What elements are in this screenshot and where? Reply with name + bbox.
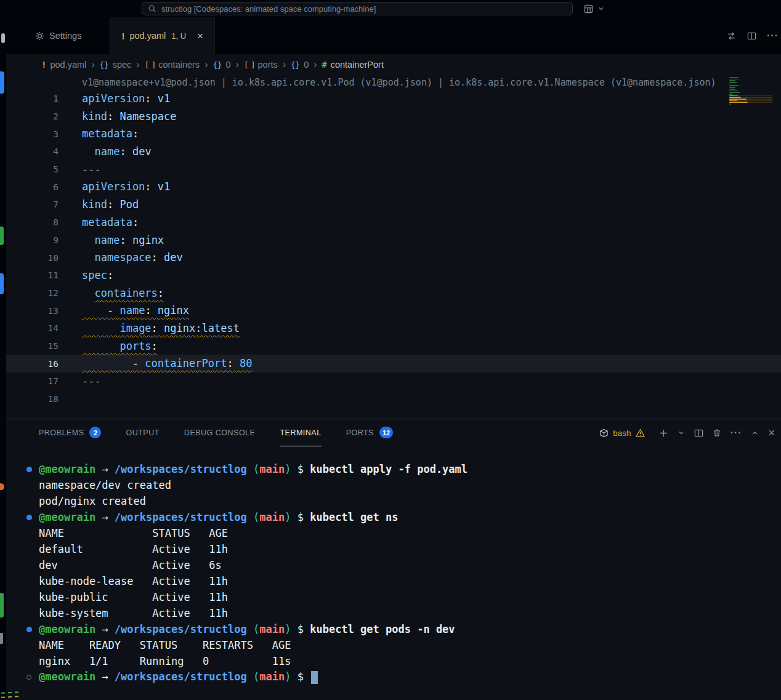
editor-line-4[interactable]: 4 name: dev <box>6 143 781 161</box>
editor-line-16[interactable]: 16 - containerPort: 80 <box>6 355 781 372</box>
chevron-right-icon: › <box>91 60 94 70</box>
panel-tab-label: PORTS <box>346 428 374 437</box>
panel-tab-label: OUTPUT <box>126 428 159 437</box>
editor-tab-bar: Settings ! pod.yaml 1, U × ··· <box>6 17 781 54</box>
editor-line-18[interactable]: 18 <box>6 390 781 408</box>
open-changes-icon[interactable] <box>726 31 737 41</box>
breadcrumb-item-ports[interactable]: [ ]ports <box>244 60 278 70</box>
editor-line-17[interactable]: 17--- <box>6 372 781 390</box>
terminal-line: namespace/dev created <box>6 477 781 493</box>
minimap-line <box>729 99 772 100</box>
editor-line-9[interactable]: 9 name: nginx <box>6 231 781 249</box>
editor-line-3[interactable]: 3metadata: <box>6 125 781 143</box>
breadcrumb-item-pod.yaml[interactable]: !pod.yaml <box>41 60 86 70</box>
code-text: --- <box>82 372 101 390</box>
breadcrumb-item-spec[interactable]: {}spec <box>100 60 132 70</box>
chevron-right-icon: › <box>314 60 317 70</box>
number-icon: # <box>322 60 327 70</box>
terminal-line: NAME READY STATUS RESTARTS AGE <box>6 637 781 653</box>
panel-tab-ports[interactable]: PORTS12 <box>346 419 394 446</box>
panel-tab-output[interactable]: OUTPUT <box>126 419 159 446</box>
minimap-line <box>729 94 772 95</box>
terminal-text: default Active 11h <box>39 543 228 555</box>
code-text: - containerPort: 80 <box>82 355 252 372</box>
editor-line-8[interactable]: 8metadata: <box>6 214 781 231</box>
terminal-line: @meowrain → /workspaces/structlog (main)… <box>6 461 781 477</box>
code-text: kind: Namespace <box>82 108 177 126</box>
chevron-right-icon: › <box>236 60 239 70</box>
editor-line-12[interactable]: 12 containers: <box>6 284 781 302</box>
close-tab-icon[interactable]: × <box>197 31 203 41</box>
object-icon: {} <box>212 60 222 70</box>
panel-tab-terminal[interactable]: TERMINAL <box>280 419 321 446</box>
kill-terminal-trash-icon[interactable] <box>713 428 721 437</box>
code-text: name: dev <box>82 143 152 161</box>
editor-line-15[interactable]: 15 ports: <box>6 337 781 355</box>
editor-line-10[interactable]: 10 namespace: dev <box>6 249 781 267</box>
object-icon: {} <box>291 60 300 70</box>
editor-pane[interactable]: v1@namespace+v1@pod.json | io.k8s.api.co… <box>6 75 781 419</box>
line-number: 4 <box>6 147 59 156</box>
panel-tab-problems[interactable]: PROBLEMS2 <box>39 419 101 446</box>
command-success-dot <box>26 467 32 472</box>
terminal-gutter <box>6 515 39 520</box>
line-number: 16 <box>6 359 59 369</box>
split-terminal-icon[interactable] <box>694 428 703 438</box>
yaml-schema-lens[interactable]: v1@namespace+v1@pod.json | io.k8s.api.co… <box>6 75 781 90</box>
activity-bar-fragment <box>0 273 4 294</box>
terminal-dropdown-chevron-icon[interactable] <box>678 429 685 436</box>
minimap-line <box>729 97 772 98</box>
shell-cube-icon <box>599 428 609 438</box>
editor-more-actions-icon[interactable]: ··· <box>767 30 779 41</box>
editor-line-13[interactable]: 13 - name: nginx <box>6 302 781 320</box>
minimap-line <box>729 85 772 86</box>
terminal-line: dev Active 6s <box>6 557 781 573</box>
editor-line-6[interactable]: 6apiVersion: v1 <box>6 178 781 196</box>
code-text: spec: <box>82 267 113 284</box>
terminal-line: kube-node-lease Active 11h <box>6 573 781 589</box>
editor-line-2[interactable]: 2kind: Namespace <box>6 108 781 126</box>
split-editor-icon[interactable] <box>747 31 756 41</box>
minimap-line <box>729 84 772 85</box>
terminal-line: @meowrain → /workspaces/structlog (main)… <box>6 621 781 637</box>
activity-bar-fragment <box>0 227 4 245</box>
tab-pod-yaml[interactable]: ! pod.yaml 1, U × <box>110 17 215 54</box>
minimap-line <box>729 105 772 107</box>
editor-line-1[interactable]: 1apiVersion: v1 <box>6 90 781 108</box>
terminal[interactable]: @meowrain → /workspaces/structlog (main)… <box>6 446 781 700</box>
line-number: 17 <box>6 376 59 386</box>
editor-line-11[interactable]: 11spec: <box>6 267 781 284</box>
editor-line-14[interactable]: 14 image: nginx:latest <box>6 320 781 337</box>
line-number: 2 <box>6 111 59 121</box>
panel-more-actions-icon[interactable]: ··· <box>730 427 742 438</box>
chevron-down-icon[interactable] <box>597 5 605 12</box>
editor-line-7[interactable]: 7kind: Pod <box>6 196 781 214</box>
command-center-search[interactable]: structlog [Codespaces: animated space co… <box>142 2 573 15</box>
code-text: kind: Pod <box>82 196 139 214</box>
code-text: containers: <box>82 284 164 302</box>
breadcrumb-item-containerPort[interactable]: #containerPort <box>322 60 384 70</box>
chevron-right-icon: › <box>283 60 286 70</box>
line-number: 13 <box>6 306 59 316</box>
line-number: 5 <box>6 164 59 174</box>
array-icon: [ ] <box>145 60 155 70</box>
terminal-cursor <box>311 671 318 684</box>
activity-bar-fragment <box>0 593 4 618</box>
panel-tab-debug-console[interactable]: DEBUG CONSOLE <box>184 419 256 446</box>
maximize-panel-chevron-icon[interactable] <box>751 429 759 437</box>
new-terminal-icon[interactable] <box>659 428 668 438</box>
terminal-session-bash[interactable]: bash <box>599 428 644 438</box>
active-prompt-dot <box>26 675 31 680</box>
tab-settings[interactable]: Settings <box>18 17 110 54</box>
breadcrumb-item-0[interactable]: {}0 <box>212 60 230 70</box>
codespaces-menu-icon[interactable] <box>584 4 593 14</box>
breadcrumb-item-0[interactable]: {}0 <box>291 60 309 70</box>
editor-line-5[interactable]: 5--- <box>6 161 781 179</box>
terminal-text: pod/nginx created <box>39 495 146 507</box>
minimap-line <box>729 102 772 103</box>
minimap[interactable] <box>729 77 772 107</box>
minimap-line <box>729 89 772 90</box>
minimap-line <box>729 82 772 83</box>
close-panel-icon[interactable]: × <box>768 427 775 438</box>
breadcrumb-item-containers[interactable]: [ ]containers <box>145 60 200 70</box>
